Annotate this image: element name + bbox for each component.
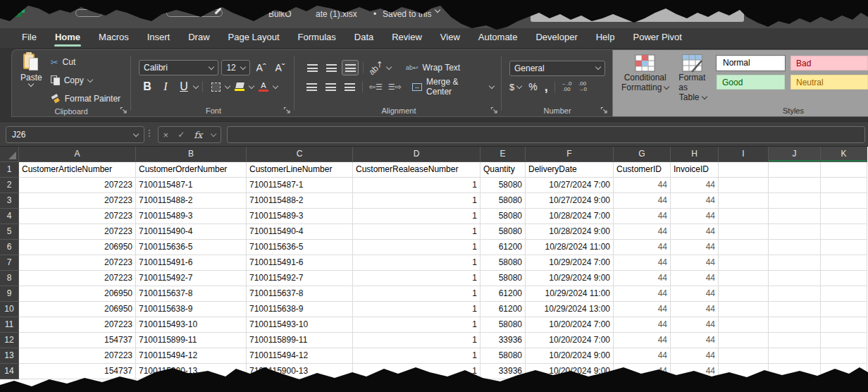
cell-C7[interactable]: 7100115491-6 — [247, 255, 353, 271]
cell-B5[interactable]: 7100115490-4 — [136, 224, 247, 240]
cell-A13[interactable]: 207223 — [19, 348, 136, 364]
cell-J11[interactable] — [769, 317, 821, 333]
cell-C1[interactable]: CustomerLineNumber — [247, 162, 353, 178]
cell-C13[interactable]: 7100115494-12 — [247, 348, 353, 364]
cell-K12[interactable] — [821, 333, 867, 348]
cell-D5[interactable]: 1 — [353, 224, 480, 240]
cell-B6[interactable]: 7100115636-5 — [136, 240, 247, 255]
cell-H5[interactable]: 44 — [671, 224, 719, 240]
cell-C10[interactable]: 7100115638-9 — [247, 302, 353, 317]
cell-H8[interactable]: 44 — [671, 271, 719, 286]
row-header-8[interactable]: 8 — [0, 271, 19, 286]
column-header-I[interactable]: I — [719, 147, 769, 162]
cell-B11[interactable]: 7100115493-10 — [136, 317, 247, 333]
merge-center-chevron-icon[interactable] — [489, 82, 495, 88]
cell-K4[interactable] — [821, 209, 867, 224]
cell-A3[interactable]: 207223 — [19, 193, 136, 209]
fill-color-chevron-icon[interactable] — [249, 82, 254, 88]
cell-F10[interactable]: 10/29/2024 13:00 — [526, 302, 614, 317]
cell-K14[interactable] — [821, 364, 867, 379]
cell-J14[interactable] — [769, 364, 821, 379]
cell-B4[interactable]: 7100115489-3 — [136, 209, 247, 224]
cell-J5[interactable] — [769, 224, 821, 240]
menu-tab-help[interactable]: Help — [587, 28, 624, 48]
cell-G4[interactable]: 44 — [614, 209, 671, 224]
cell-J9[interactable] — [769, 286, 821, 302]
bold-button[interactable]: B — [139, 79, 156, 94]
cell-F1[interactable]: DeliveryDate — [526, 162, 614, 178]
increase-decimal-button[interactable]: ←.0.00 — [562, 81, 572, 92]
cell-J4[interactable] — [769, 209, 821, 224]
borders-chevron-icon[interactable] — [225, 82, 230, 88]
cell-A4[interactable]: 207223 — [19, 209, 136, 224]
copy-chevron-icon[interactable] — [87, 76, 92, 82]
cell-G8[interactable]: 44 — [614, 271, 671, 286]
cell-I14[interactable] — [719, 364, 769, 379]
cell-G9[interactable]: 44 — [614, 286, 671, 302]
font-color-button[interactable]: A — [255, 79, 272, 94]
cell-K6[interactable] — [821, 240, 867, 255]
alignment-dialog-launcher-icon[interactable] — [490, 106, 498, 114]
cell-B9[interactable]: 7100115637-8 — [136, 286, 247, 302]
cell-A5[interactable]: 207223 — [19, 224, 136, 240]
fx-chevron-icon[interactable] — [211, 130, 216, 136]
row-header-12[interactable]: 12 — [0, 333, 19, 348]
cell-E14[interactable]: 33936 — [480, 364, 526, 379]
cell-A6[interactable]: 206950 — [19, 240, 136, 255]
cell-J3[interactable] — [769, 193, 821, 209]
select-all-button[interactable] — [0, 147, 19, 162]
cell-H10[interactable]: 44 — [671, 302, 719, 317]
cell-C14[interactable]: 7100115900-13 — [247, 364, 353, 379]
cell-B14[interactable]: 7100115900-13 — [136, 364, 247, 379]
cell-D13[interactable]: 1 — [353, 348, 480, 364]
number-format-combo[interactable]: General — [509, 61, 605, 76]
chevron-down-icon[interactable] — [435, 7, 440, 13]
cell-H7[interactable]: 44 — [671, 255, 719, 271]
cell-A1[interactable]: CustomerArticleNumber — [19, 162, 136, 178]
cell-H12[interactable]: 44 — [671, 333, 719, 348]
cell-I13[interactable] — [719, 348, 769, 364]
cell-A12[interactable]: 154737 — [19, 333, 136, 348]
cell-A2[interactable]: 207223 — [19, 178, 136, 193]
cell-K5[interactable] — [821, 224, 867, 240]
cell-F3[interactable]: 10/27/2024 9:00 — [526, 193, 614, 209]
cell-A9[interactable]: 206950 — [19, 286, 136, 302]
cell-C6[interactable]: 7100115636-5 — [247, 240, 353, 255]
menu-tab-insert[interactable]: Insert — [138, 28, 180, 48]
cell-G12[interactable]: 44 — [614, 333, 671, 348]
cell-F11[interactable]: 10/20/2024 7:00 — [526, 317, 614, 333]
cell-H6[interactable]: 44 — [671, 240, 719, 255]
cell-J7[interactable] — [769, 255, 821, 271]
cell-D7[interactable]: 1 — [353, 255, 480, 271]
copy-button[interactable]: Copy — [51, 73, 120, 88]
cell-D8[interactable]: 1 — [353, 271, 480, 286]
shrink-font-button[interactable]: Aˇ — [272, 60, 288, 75]
cell-I11[interactable] — [719, 317, 769, 333]
cell-E12[interactable]: 33936 — [480, 333, 526, 348]
cell-E1[interactable]: Quantity — [480, 162, 526, 178]
cell-I9[interactable] — [719, 286, 769, 302]
cell-E11[interactable]: 58080 — [480, 317, 526, 333]
column-header-G[interactable]: G — [614, 147, 671, 162]
align-bottom-button[interactable] — [342, 60, 359, 75]
row-header-11[interactable]: 11 — [0, 317, 19, 333]
decrease-indent-button[interactable]: ⇦☰ — [367, 79, 384, 94]
cell-D1[interactable]: CustomerRealeaseNumber — [353, 162, 480, 178]
menu-tab-file[interactable]: File — [13, 28, 46, 48]
row-header-2[interactable]: 2 — [0, 178, 19, 193]
column-header-H[interactable]: H — [671, 147, 719, 162]
search-box[interactable] — [531, 8, 744, 22]
row-header-14[interactable]: 14 — [0, 364, 19, 379]
cell-K13[interactable] — [821, 348, 867, 364]
percent-button[interactable]: % — [528, 81, 537, 92]
cell-C12[interactable]: 7100115899-11 — [247, 333, 353, 348]
formula-input[interactable] — [227, 126, 865, 143]
menu-tab-page-layout[interactable]: Page Layout — [219, 28, 289, 48]
column-header-D[interactable]: D — [353, 147, 480, 162]
cell-C11[interactable]: 7100115493-10 — [247, 317, 353, 333]
cell-A10[interactable]: 206950 — [19, 302, 136, 317]
cell-I5[interactable] — [719, 224, 769, 240]
cell-J13[interactable] — [769, 348, 821, 364]
column-header-J[interactable]: J — [769, 147, 821, 162]
grow-font-button[interactable]: Aˆ — [253, 60, 269, 75]
